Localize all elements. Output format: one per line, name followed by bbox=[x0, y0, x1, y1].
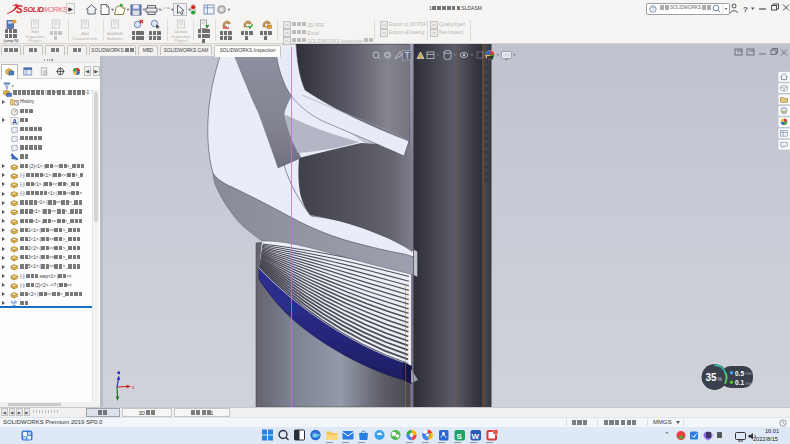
svg-text:A: A bbox=[12, 117, 17, 124]
svg-text:%: % bbox=[718, 376, 723, 382]
svg-text:?: ? bbox=[743, 5, 748, 14]
svg-text:KB/s: KB/s bbox=[746, 382, 754, 386]
svg-text:0.5: 0.5 bbox=[735, 370, 744, 377]
svg-text:WORKS: WORKS bbox=[42, 5, 67, 14]
svg-text:W: W bbox=[472, 432, 480, 441]
svg-text:S: S bbox=[16, 4, 23, 15]
svg-text:?: ? bbox=[652, 6, 655, 12]
svg-text:0.1: 0.1 bbox=[735, 379, 744, 386]
svg-text:SOLID: SOLID bbox=[23, 5, 44, 14]
svg-text:35: 35 bbox=[706, 372, 718, 383]
svg-text:S: S bbox=[457, 432, 463, 441]
svg-text:KB/s: KB/s bbox=[746, 372, 754, 376]
